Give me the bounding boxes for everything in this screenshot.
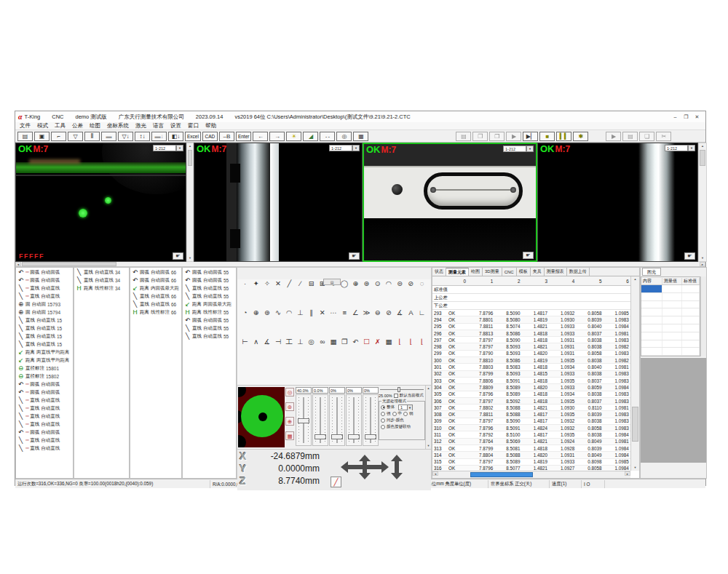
scroll-up-icon[interactable]: ▲ — [426, 386, 431, 391]
element-row[interactable] — [641, 316, 700, 324]
list-item[interactable]: ╲直线自动直线15 — [16, 324, 73, 332]
list-item[interactable]: ╲直线自动直线55 — [183, 324, 236, 332]
tool-icon[interactable]: ⊕ — [252, 308, 260, 316]
z-jog-arrows-icon[interactable] — [395, 461, 399, 473]
measure-row[interactable]: 305OK7.87968.50891.48181.09340.80381.098… — [432, 391, 630, 398]
toolbar-light-button[interactable]: ☀ — [286, 132, 301, 141]
table-hscroll[interactable]: ◄ ► — [432, 471, 630, 478]
scroll-thumb[interactable] — [22, 262, 116, 266]
toolbar-pattern-button[interactable]: ▦ — [353, 132, 368, 141]
tool-icon[interactable]: ∡ — [396, 308, 404, 316]
camera-view-2[interactable]: OKM:7 1-212▼ ☛ — [194, 143, 363, 262]
tool-icon[interactable]: A — [407, 308, 415, 316]
measure-row[interactable]: 307OK7.88028.50881.48211.09300.81101.098… — [432, 404, 630, 411]
list-item[interactable]: ╲***直线自动直线 — [16, 292, 73, 300]
toolbar-play-to-end-button[interactable]: ▶▏ — [523, 132, 538, 141]
measure-row[interactable]: 309OK7.87978.50901.48171.09320.80381.098… — [432, 418, 630, 425]
measure-row[interactable]: 313OK7.87998.50811.48181.09280.80391.098… — [432, 445, 630, 452]
scroll-thumb[interactable] — [188, 150, 192, 166]
list-item[interactable]: ↶圆弧自动圆弧55 — [183, 276, 236, 284]
menu-item[interactable]: 文件 — [20, 122, 31, 129]
menu-item[interactable]: 公差 — [72, 122, 83, 129]
camera4-range-select[interactable]: 1-212▼ — [665, 145, 688, 151]
tool-icon[interactable]: ◔ — [241, 308, 249, 316]
menu-item[interactable]: 帮助 — [205, 122, 216, 129]
radio-color-link[interactable] — [381, 425, 385, 429]
list-item[interactable]: ↶***圆弧自动圆弧 — [16, 268, 73, 276]
table-tab[interactable]: 绘图 — [469, 268, 483, 276]
slider-thumb[interactable] — [397, 387, 400, 392]
scroll-right-icon[interactable]: ► — [700, 262, 705, 266]
light-mode-icon[interactable]: ▦ — [285, 431, 294, 440]
scroll-down-icon[interactable]: ▼ — [187, 255, 193, 261]
toolbar-half-down-button[interactable]: ◧↓ — [168, 132, 183, 141]
tool-icon[interactable]: · — [241, 279, 249, 287]
menu-item[interactable]: 激光 — [135, 122, 146, 129]
tool-icon[interactable]: ⊘ — [384, 308, 392, 316]
channel-select[interactable]: 1▼ — [398, 404, 413, 410]
list-item[interactable]: ╲***直线自动直线 — [16, 420, 73, 428]
element-row[interactable] — [641, 332, 700, 340]
tool-icon[interactable]: ✗ — [373, 338, 381, 347]
list-item[interactable]: ↶圆弧自动圆弧55 — [183, 268, 236, 276]
chevron-down-icon[interactable]: ▼ — [407, 405, 412, 410]
menu-item[interactable]: 坐标系统 — [107, 122, 129, 129]
scroll-down-icon[interactable]: ▼ — [631, 465, 639, 471]
scroll-thumb[interactable] — [470, 472, 533, 477]
list-item[interactable]: ↶***圆弧自动圆弧 — [16, 380, 73, 388]
tool-icon[interactable]: ∠ — [352, 308, 360, 316]
measure-row[interactable]: 306OK7.87978.50921.48181.09350.80371.098… — [432, 398, 630, 404]
tool-icon[interactable]: ⊘ — [407, 279, 415, 287]
tool-icon[interactable]: ◌ — [418, 279, 426, 287]
grab-tool-icon[interactable]: ☛ — [523, 252, 534, 259]
light-channel-slider[interactable]: 0% — [346, 387, 362, 446]
tool-icon[interactable]: ✧ — [263, 279, 271, 287]
tool-icon[interactable]: ∕ — [296, 279, 304, 287]
toolbar-image-button[interactable]: ◢ — [303, 132, 318, 141]
options-scrollbar[interactable]: ▲ ▼ — [425, 386, 431, 449]
toolbar-save-3-button[interactable]: ▤ — [622, 132, 638, 141]
tool-icon[interactable]: ∟ — [418, 308, 426, 316]
ring-light-on[interactable] — [241, 395, 283, 437]
list-item[interactable]: H距离线性标注66 — [130, 308, 181, 316]
chevron-down-icon[interactable]: ▼ — [688, 145, 695, 151]
tool-icon[interactable]: ⌊ — [407, 338, 415, 347]
measure-row[interactable]: 311OK7.87928.51001.48171.09350.80381.098… — [432, 431, 630, 438]
chevron-down-icon[interactable]: ▼ — [352, 145, 360, 151]
element-row[interactable] — [641, 324, 700, 332]
table-tab[interactable]: CNC — [502, 268, 517, 276]
radio-sync-color[interactable] — [381, 418, 385, 423]
element-row[interactable] — [641, 308, 700, 316]
menu-item[interactable]: 窗口 — [188, 122, 199, 129]
toolbar-play-2-button[interactable]: ▶ — [606, 132, 621, 141]
scroll-down-icon[interactable]: ▼ — [699, 255, 706, 261]
toolbar-print-button[interactable]: ❏ — [639, 132, 654, 141]
list-item[interactable]: ↶***圆弧自动圆弧 — [16, 428, 73, 437]
measure-row[interactable]: 300OK7.88108.50861.48191.09350.80381.098… — [432, 357, 630, 364]
slider-track[interactable] — [312, 394, 328, 446]
slider-track[interactable] — [346, 394, 362, 446]
table-tab[interactable]: 测量元素 — [446, 268, 469, 276]
tolerance-row[interactable]: 标准值 — [432, 286, 630, 294]
tool-icon[interactable]: ❐ — [341, 338, 349, 347]
scroll-up-icon[interactable]: ▲ — [187, 143, 193, 149]
toolbar-stage-down-button[interactable]: ▽↓ — [118, 132, 133, 141]
chevron-down-icon[interactable]: ▼ — [176, 145, 183, 151]
tolerance-row[interactable]: 上公差 — [432, 294, 630, 302]
tool-icon[interactable]: ◎ — [307, 338, 315, 347]
measure-row[interactable]: 304OK7.88098.50891.48201.09330.80591.098… — [432, 384, 630, 391]
list-item[interactable]: ╲***直线自动直线 — [16, 445, 73, 453]
radio-medium[interactable] — [392, 412, 397, 416]
tool-icon[interactable]: ▦ — [384, 338, 392, 347]
toolbar-copy-button[interactable]: ❐ — [472, 132, 488, 141]
tool-icon[interactable]: ⊢ — [241, 338, 249, 347]
radio-weak[interactable] — [403, 412, 408, 416]
camera2-range-select[interactable]: 1-212▼ — [329, 145, 352, 151]
scroll-left-icon[interactable]: ◄ — [15, 262, 21, 266]
element-row[interactable] — [641, 285, 700, 293]
list-item[interactable]: ╲***直线自动直线 — [16, 396, 73, 404]
toolbar-magnifier-button[interactable]: ◎ — [336, 132, 352, 141]
scroll-thumb[interactable] — [700, 150, 705, 166]
close-button[interactable]: ✕ — [692, 113, 703, 121]
light-mode-icon[interactable]: ⊚ — [285, 402, 294, 411]
